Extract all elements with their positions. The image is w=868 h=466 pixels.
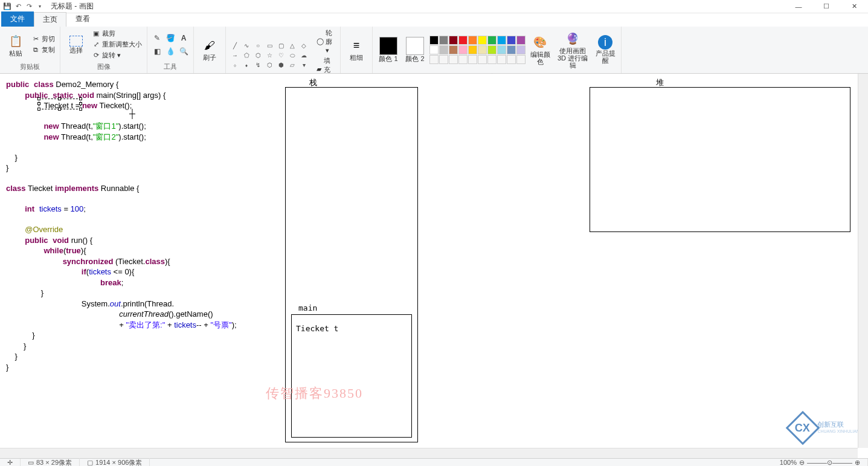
tab-file[interactable]: 文件	[1, 11, 34, 27]
selection-rect[interactable]	[39, 99, 81, 109]
watermark-text: 传智播客93850	[266, 384, 363, 403]
pencil-tool[interactable]: ✎	[151, 32, 163, 44]
color-swatch[interactable]	[478, 45, 487, 54]
group-label: 图像	[64, 61, 143, 73]
shape-gallery[interactable]: ╱∿○▭▢△◇ →⬠⬡☆♡⬭☁ ⬨⬧↯⬡⬢▱▾	[230, 41, 309, 70]
color-swatch[interactable]	[478, 55, 487, 64]
color-swatch[interactable]	[458, 55, 468, 64]
ribbon: 📋 粘贴 ✂剪切 ⧉复制 剪贴板 选择 ▣裁剪 ⤢重新调整大小 ⟳旋转 ▾ 图像	[0, 27, 868, 74]
color-swatch[interactable]	[439, 36, 448, 45]
color2-swatch	[406, 37, 424, 55]
crosshair-icon: ✛	[7, 459, 13, 467]
color-swatch[interactable]	[439, 55, 448, 64]
info-icon: i	[598, 35, 612, 50]
color1-swatch	[379, 37, 397, 55]
main-label: main	[298, 303, 317, 312]
scrollbar-horizontal[interactable]	[0, 448, 858, 458]
paint3d-button[interactable]: 🔮 使用画图 3D 进行编辑	[555, 28, 591, 71]
rainbow-icon: 🎨	[532, 34, 548, 51]
brush-button[interactable]: 🖌 刷子	[198, 34, 222, 63]
color-swatch[interactable]	[478, 36, 487, 45]
status-size: ▢1914 × 906像素	[80, 458, 150, 467]
color2-button[interactable]: 颜色 2	[403, 34, 427, 65]
group-brushes: 🖌 刷子	[194, 27, 226, 73]
cut-button[interactable]: ✂剪切	[30, 34, 56, 44]
crop-icon: ▣	[92, 30, 100, 38]
zoom-out-icon[interactable]: ⊖	[799, 459, 805, 467]
qat-dropdown-icon[interactable]: ▾	[35, 2, 45, 11]
color-swatch[interactable]	[516, 55, 526, 64]
resize-button[interactable]: ⤢重新调整大小	[91, 39, 143, 50]
color-swatch[interactable]	[507, 45, 516, 54]
ribbon-tabs: 文件 主页 查看	[0, 13, 868, 27]
canvas[interactable]: public class Demo2_Memory { public stati…	[2, 74, 858, 446]
rotate-button[interactable]: ⟳旋转 ▾	[91, 50, 143, 60]
color-swatch[interactable]	[487, 45, 497, 54]
paste-button[interactable]: 📋 粘贴	[4, 30, 28, 59]
group-shapes: ╱∿○▭▢△◇ →⬠⬡☆♡⬭☁ ⬨⬧↯⬡⬢▱▾ ◯轮廓 ▾ ▰填充 ▾ 形状	[226, 27, 341, 73]
color-swatch[interactable]	[439, 45, 448, 54]
window-title: 无标题 - 画图	[47, 1, 94, 11]
tab-home[interactable]: 主页	[34, 12, 66, 27]
color-swatch[interactable]	[487, 55, 497, 64]
brush-icon: 🖌	[201, 37, 218, 54]
color-swatch[interactable]	[458, 36, 468, 45]
status-bar: ✛ ▭83 × 29像素 ▢1914 × 906像素 100% ⊖———⊙———…	[0, 458, 868, 466]
cut-icon: ✂	[31, 35, 40, 44]
copy-button[interactable]: ⧉复制	[30, 45, 56, 55]
hint-button[interactable]: i 产品提醒	[593, 33, 617, 66]
color-swatch[interactable]	[487, 36, 497, 45]
group-label: 剪贴板	[4, 61, 56, 73]
zoom-in-icon[interactable]: ⊕	[855, 459, 860, 467]
color-swatch[interactable]	[507, 55, 516, 64]
eraser-tool[interactable]: ◧	[151, 45, 163, 57]
picker-tool[interactable]: 💧	[164, 45, 176, 57]
color-swatch[interactable]	[449, 45, 458, 54]
tab-view[interactable]: 查看	[66, 11, 99, 27]
group-clipboard: 📋 粘贴 ✂剪切 ⧉复制 剪贴板	[0, 27, 60, 73]
fill-tool[interactable]: 🪣	[164, 32, 176, 44]
color-swatch[interactable]	[516, 36, 526, 45]
edit-colors-button[interactable]: 🎨 编辑颜色	[528, 31, 552, 68]
color-swatch[interactable]	[458, 45, 468, 54]
zoom-tool[interactable]: 🔍	[178, 45, 190, 57]
text-tool[interactable]: A	[178, 32, 190, 44]
scrollbar-vertical[interactable]	[858, 74, 868, 448]
dimensions-icon: ▢	[87, 459, 93, 467]
select-icon	[69, 36, 83, 47]
crop-button[interactable]: ▣裁剪	[91, 28, 143, 39]
code-block: public class Demo2_Memory { public stati…	[6, 80, 237, 373]
maximize-button[interactable]: ☐	[812, 0, 840, 13]
work-area: public class Demo2_Memory { public stati…	[0, 74, 868, 458]
save-icon[interactable]: 💾	[2, 2, 12, 11]
color-swatch[interactable]	[468, 55, 477, 64]
outline-button[interactable]: ◯轮廓 ▾	[315, 28, 336, 55]
color-swatch[interactable]	[429, 36, 439, 45]
color-swatch[interactable]	[449, 36, 458, 45]
color-palette[interactable]	[429, 36, 526, 64]
minimize-button[interactable]: —	[785, 0, 812, 13]
color-swatch[interactable]	[516, 45, 526, 54]
color-swatch[interactable]	[468, 45, 477, 54]
color-swatch[interactable]	[429, 45, 439, 54]
bucket-icon: ▰	[317, 65, 322, 74]
color-swatch[interactable]	[468, 36, 477, 45]
redo-icon[interactable]: ↷	[24, 2, 34, 11]
status-zoom[interactable]: 100% ⊖———⊙——— ⊕	[773, 459, 868, 467]
color1-button[interactable]: 颜色 1	[376, 34, 400, 65]
color-swatch[interactable]	[497, 45, 506, 54]
status-selection: ▭83 × 29像素	[21, 458, 80, 467]
close-button[interactable]: ✕	[840, 0, 868, 13]
outline-icon: ◯	[317, 37, 324, 46]
undo-icon[interactable]: ↶	[13, 2, 23, 11]
group-image: 选择 ▣裁剪 ⤢重新调整大小 ⟳旋转 ▾ 图像	[60, 27, 147, 73]
size-button[interactable]: ≡ 粗细	[344, 34, 368, 63]
select-button[interactable]: 选择	[64, 33, 88, 56]
color-swatch[interactable]	[497, 36, 506, 45]
status-pos: ✛	[0, 459, 21, 467]
color-swatch[interactable]	[449, 55, 458, 64]
heap-box	[590, 87, 850, 232]
color-swatch[interactable]	[507, 36, 516, 45]
color-swatch[interactable]	[429, 55, 439, 64]
color-swatch[interactable]	[497, 55, 506, 64]
